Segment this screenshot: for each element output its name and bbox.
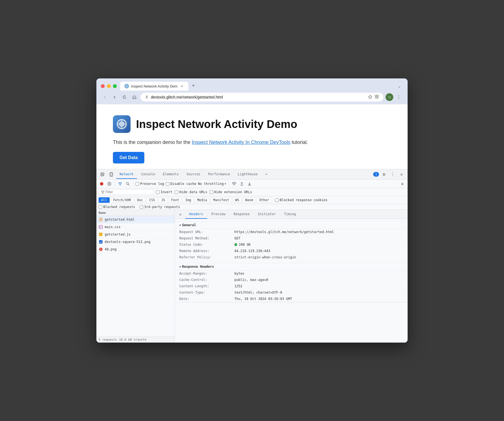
headers-close-button[interactable]: ✕ <box>177 211 184 218</box>
devtools-tab-performance[interactable]: Performance <box>205 170 233 179</box>
filter-pill-doc[interactable]: Doc <box>135 197 146 203</box>
headers-tab-timing[interactable]: Timing <box>280 210 300 219</box>
file-item-devtools-png[interactable]: devtools-square-512.png <box>96 238 175 246</box>
hide-data-urls-checkbox[interactable]: Hide data URLs <box>175 190 207 194</box>
request-url-value: https://devtools.glitch.me/network/getst… <box>234 230 403 234</box>
file-item-main-css[interactable]: main.css <box>96 223 175 231</box>
headers-tab-response[interactable]: Response <box>230 210 253 219</box>
network-settings-icon[interactable]: ⚙ <box>399 181 405 187</box>
main-content: Inspect Network Activity Demo This is th… <box>96 104 408 343</box>
request-method-row: Request Method: GET <box>175 235 408 242</box>
filter-pill-font[interactable]: Font <box>169 197 182 203</box>
preserve-log-checkbox[interactable]: Preserve log <box>136 182 164 186</box>
filter-button[interactable] <box>117 181 123 187</box>
bookmark-icon[interactable] <box>368 94 372 100</box>
svg-text:U: U <box>388 96 390 99</box>
active-tab[interactable]: Inspect Network Activity Dem ✕ <box>120 82 188 91</box>
date-row: Date: Thu, 10 Oct 2024 03:26:03 GMT <box>175 296 408 302</box>
search-button[interactable] <box>125 181 131 187</box>
devtools-inspect-icon[interactable] <box>99 171 106 178</box>
clear-button[interactable] <box>106 181 112 187</box>
devtools-tab-more[interactable]: » <box>262 170 270 179</box>
filter-pill-css[interactable]: CSS <box>147 197 158 203</box>
tab-overflow-button[interactable]: ⌄ <box>395 83 403 89</box>
headers-tab-headers[interactable]: Headers <box>185 210 207 219</box>
file-item-getstarted-html[interactable]: getstarted.html <box>96 216 175 223</box>
download-icon[interactable] <box>246 181 253 187</box>
filter-pill-media[interactable]: Media <box>195 197 210 203</box>
devtools-tab-sources[interactable]: Sources <box>183 170 204 179</box>
devtools-tab-network[interactable]: Network <box>116 170 137 179</box>
headers-tab-preview[interactable]: Preview <box>208 210 229 219</box>
profile-button[interactable]: U <box>386 93 393 101</box>
chrome-menu-button[interactable]: ⋮ <box>394 93 403 102</box>
headers-panel: ✕ Headers Preview Response Initiator Tim… <box>175 210 408 343</box>
reload-button[interactable] <box>121 93 128 101</box>
blocked-requests-checkbox[interactable]: Blocked requests <box>99 205 135 209</box>
new-tab-button[interactable]: + <box>189 82 197 89</box>
get-data-button[interactable]: Get Data <box>113 152 144 163</box>
general-section-header[interactable]: ▼ General <box>175 221 408 229</box>
filter-input[interactable] <box>105 190 151 194</box>
devtools-more-icon[interactable]: ⋮ <box>389 171 397 178</box>
record-button[interactable] <box>99 181 105 187</box>
file-name-getstarted-js: getstarted.js <box>105 233 131 236</box>
extension-icon[interactable] <box>375 94 379 100</box>
tab-close-button[interactable]: ✕ <box>180 84 184 88</box>
file-name-devtools-png: devtools-square-512.png <box>105 240 150 244</box>
png-icon <box>99 240 103 244</box>
filter-pill-fetch-xhr[interactable]: Fetch/XHR <box>111 197 134 203</box>
content-type-value: text/html; charset=UTF-8 <box>234 291 403 294</box>
filter-pill-other[interactable]: Other <box>257 197 272 203</box>
date-value: Thu, 10 Oct 2024 03:26:03 GMT <box>234 297 403 301</box>
requests-count: 5 requests <box>99 338 117 341</box>
wifi-icon[interactable] <box>231 181 237 187</box>
network-main: Name getstarted.html <box>96 210 408 343</box>
filter-pill-img[interactable]: Img <box>183 197 194 203</box>
devtools-close-icon[interactable]: ✕ <box>398 171 405 178</box>
filter-pill-all[interactable]: All <box>99 197 110 203</box>
svg-rect-31 <box>99 240 102 244</box>
back-button[interactable] <box>101 93 109 101</box>
request-url-row: Request URL: https://devtools.glitch.me/… <box>175 229 408 235</box>
svg-point-23 <box>234 185 234 185</box>
blocked-cookies-checkbox[interactable]: Blocked response cookies <box>275 198 327 202</box>
throttle-dropdown[interactable]: No throttling ▾ <box>198 182 226 186</box>
filter-pill-manifest[interactable]: Manifest <box>211 197 232 203</box>
third-party-checkbox[interactable]: 3rd-party requests <box>140 205 180 209</box>
close-window-button[interactable] <box>101 84 105 88</box>
hide-extension-urls-checkbox[interactable]: Hide extension URLs <box>210 190 252 194</box>
svg-point-2 <box>146 96 147 97</box>
svg-text:JS: JS <box>100 234 102 236</box>
invert-checkbox[interactable]: Invert <box>156 190 172 194</box>
svg-rect-15 <box>101 175 102 176</box>
tab-title: Inspect Network Activity Dem <box>131 84 177 88</box>
home-button[interactable] <box>131 93 138 101</box>
remote-address-row: Remote Address: 44.219.119.238:443 <box>175 248 408 254</box>
filter-pill-js[interactable]: JS <box>159 197 167 203</box>
response-section-header[interactable]: ▼ Response Headers <box>175 263 408 270</box>
tutorial-link[interactable]: Inspect Network Activity In Chrome DevTo… <box>192 140 290 145</box>
date-label: Date: <box>179 297 234 301</box>
headers-tab-initiator[interactable]: Initiator <box>254 210 280 219</box>
general-section-title: General <box>182 223 196 227</box>
url-bar[interactable]: devtools.glitch.me/network/getstarted.ht… <box>140 93 383 102</box>
devtools-tab-elements[interactable]: Elements <box>159 170 182 179</box>
upload-icon[interactable] <box>239 181 245 187</box>
file-item-getstarted-js[interactable]: JS getstarted.js <box>96 231 175 238</box>
url-text: devtools.glitch.me/network/getstarted.ht… <box>151 95 366 99</box>
tab-favicon <box>124 84 129 88</box>
filter-pill-wasm[interactable]: Wasm <box>243 197 256 203</box>
devtools-device-icon[interactable] <box>107 171 115 178</box>
minimize-window-button[interactable] <box>107 84 111 88</box>
devtools-tab-lighthouse[interactable]: Lighthouse <box>234 170 261 179</box>
devtools-settings-icon[interactable]: ⚙ <box>380 171 388 178</box>
file-item-48-png[interactable]: 48.png <box>96 246 175 253</box>
devtools-tab-console[interactable]: Console <box>138 170 159 179</box>
maximize-window-button[interactable] <box>113 84 117 88</box>
request-method-label: Request Method: <box>179 236 234 240</box>
page-title: Inspect Network Activity Demo <box>136 118 297 130</box>
forward-button[interactable] <box>111 93 118 101</box>
filter-pill-ws[interactable]: WS <box>233 197 242 203</box>
disable-cache-checkbox[interactable]: Disable cache <box>166 182 196 186</box>
